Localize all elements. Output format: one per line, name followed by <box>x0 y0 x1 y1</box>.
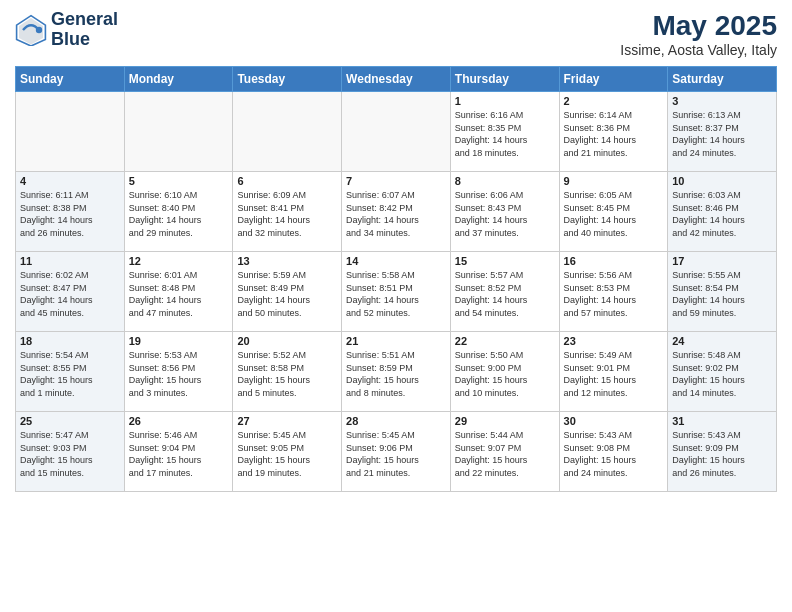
calendar-cell: 12Sunrise: 6:01 AM Sunset: 8:48 PM Dayli… <box>124 252 233 332</box>
day-info: Sunrise: 5:52 AM Sunset: 8:58 PM Dayligh… <box>237 349 337 399</box>
calendar-cell: 1Sunrise: 6:16 AM Sunset: 8:35 PM Daylig… <box>450 92 559 172</box>
header-row: SundayMondayTuesdayWednesdayThursdayFrid… <box>16 67 777 92</box>
day-number: 21 <box>346 335 446 347</box>
calendar-week-row: 4Sunrise: 6:11 AM Sunset: 8:38 PM Daylig… <box>16 172 777 252</box>
day-number: 27 <box>237 415 337 427</box>
day-info: Sunrise: 5:43 AM Sunset: 9:08 PM Dayligh… <box>564 429 664 479</box>
day-info: Sunrise: 5:45 AM Sunset: 9:06 PM Dayligh… <box>346 429 446 479</box>
calendar-cell: 15Sunrise: 5:57 AM Sunset: 8:52 PM Dayli… <box>450 252 559 332</box>
day-info: Sunrise: 5:58 AM Sunset: 8:51 PM Dayligh… <box>346 269 446 319</box>
calendar-cell <box>342 92 451 172</box>
calendar-week-row: 11Sunrise: 6:02 AM Sunset: 8:47 PM Dayli… <box>16 252 777 332</box>
weekday-header: Wednesday <box>342 67 451 92</box>
day-info: Sunrise: 6:05 AM Sunset: 8:45 PM Dayligh… <box>564 189 664 239</box>
month-year: May 2025 <box>620 10 777 42</box>
calendar-week-row: 25Sunrise: 5:47 AM Sunset: 9:03 PM Dayli… <box>16 412 777 492</box>
day-number: 9 <box>564 175 664 187</box>
day-info: Sunrise: 6:06 AM Sunset: 8:43 PM Dayligh… <box>455 189 555 239</box>
svg-point-2 <box>36 27 42 33</box>
day-number: 29 <box>455 415 555 427</box>
day-info: Sunrise: 5:43 AM Sunset: 9:09 PM Dayligh… <box>672 429 772 479</box>
day-number: 26 <box>129 415 229 427</box>
calendar-cell: 23Sunrise: 5:49 AM Sunset: 9:01 PM Dayli… <box>559 332 668 412</box>
calendar-cell: 25Sunrise: 5:47 AM Sunset: 9:03 PM Dayli… <box>16 412 125 492</box>
logo: General Blue <box>15 10 118 50</box>
calendar-cell: 22Sunrise: 5:50 AM Sunset: 9:00 PM Dayli… <box>450 332 559 412</box>
day-info: Sunrise: 5:54 AM Sunset: 8:55 PM Dayligh… <box>20 349 120 399</box>
day-number: 18 <box>20 335 120 347</box>
day-number: 19 <box>129 335 229 347</box>
calendar-cell: 16Sunrise: 5:56 AM Sunset: 8:53 PM Dayli… <box>559 252 668 332</box>
logo-icon <box>15 14 47 46</box>
day-info: Sunrise: 6:02 AM Sunset: 8:47 PM Dayligh… <box>20 269 120 319</box>
day-number: 16 <box>564 255 664 267</box>
day-number: 28 <box>346 415 446 427</box>
day-info: Sunrise: 5:51 AM Sunset: 8:59 PM Dayligh… <box>346 349 446 399</box>
day-info: Sunrise: 5:57 AM Sunset: 8:52 PM Dayligh… <box>455 269 555 319</box>
day-number: 2 <box>564 95 664 107</box>
day-number: 6 <box>237 175 337 187</box>
day-info: Sunrise: 6:13 AM Sunset: 8:37 PM Dayligh… <box>672 109 772 159</box>
calendar-cell: 31Sunrise: 5:43 AM Sunset: 9:09 PM Dayli… <box>668 412 777 492</box>
logo-line2: Blue <box>51 29 90 49</box>
day-info: Sunrise: 5:47 AM Sunset: 9:03 PM Dayligh… <box>20 429 120 479</box>
calendar-week-row: 18Sunrise: 5:54 AM Sunset: 8:55 PM Dayli… <box>16 332 777 412</box>
calendar-cell: 19Sunrise: 5:53 AM Sunset: 8:56 PM Dayli… <box>124 332 233 412</box>
calendar-cell: 24Sunrise: 5:48 AM Sunset: 9:02 PM Dayli… <box>668 332 777 412</box>
day-info: Sunrise: 6:01 AM Sunset: 8:48 PM Dayligh… <box>129 269 229 319</box>
day-info: Sunrise: 5:50 AM Sunset: 9:00 PM Dayligh… <box>455 349 555 399</box>
weekday-header: Monday <box>124 67 233 92</box>
day-info: Sunrise: 5:49 AM Sunset: 9:01 PM Dayligh… <box>564 349 664 399</box>
calendar-cell: 11Sunrise: 6:02 AM Sunset: 8:47 PM Dayli… <box>16 252 125 332</box>
page-container: General Blue May 2025 Issime, Aosta Vall… <box>0 0 792 502</box>
day-info: Sunrise: 6:07 AM Sunset: 8:42 PM Dayligh… <box>346 189 446 239</box>
day-info: Sunrise: 5:44 AM Sunset: 9:07 PM Dayligh… <box>455 429 555 479</box>
day-number: 14 <box>346 255 446 267</box>
calendar-cell: 17Sunrise: 5:55 AM Sunset: 8:54 PM Dayli… <box>668 252 777 332</box>
day-info: Sunrise: 6:11 AM Sunset: 8:38 PM Dayligh… <box>20 189 120 239</box>
weekday-header: Thursday <box>450 67 559 92</box>
weekday-header: Saturday <box>668 67 777 92</box>
calendar-cell: 9Sunrise: 6:05 AM Sunset: 8:45 PM Daylig… <box>559 172 668 252</box>
calendar-cell <box>16 92 125 172</box>
calendar-cell: 5Sunrise: 6:10 AM Sunset: 8:40 PM Daylig… <box>124 172 233 252</box>
calendar-cell: 29Sunrise: 5:44 AM Sunset: 9:07 PM Dayli… <box>450 412 559 492</box>
day-number: 7 <box>346 175 446 187</box>
day-number: 4 <box>20 175 120 187</box>
calendar-cell: 21Sunrise: 5:51 AM Sunset: 8:59 PM Dayli… <box>342 332 451 412</box>
day-number: 5 <box>129 175 229 187</box>
day-info: Sunrise: 5:46 AM Sunset: 9:04 PM Dayligh… <box>129 429 229 479</box>
calendar-cell: 27Sunrise: 5:45 AM Sunset: 9:05 PM Dayli… <box>233 412 342 492</box>
day-info: Sunrise: 5:56 AM Sunset: 8:53 PM Dayligh… <box>564 269 664 319</box>
calendar-cell: 18Sunrise: 5:54 AM Sunset: 8:55 PM Dayli… <box>16 332 125 412</box>
calendar-table: SundayMondayTuesdayWednesdayThursdayFrid… <box>15 66 777 492</box>
day-number: 23 <box>564 335 664 347</box>
day-number: 11 <box>20 255 120 267</box>
calendar-cell <box>233 92 342 172</box>
day-number: 20 <box>237 335 337 347</box>
day-info: Sunrise: 6:14 AM Sunset: 8:36 PM Dayligh… <box>564 109 664 159</box>
title-block: May 2025 Issime, Aosta Valley, Italy <box>620 10 777 58</box>
calendar-cell: 30Sunrise: 5:43 AM Sunset: 9:08 PM Dayli… <box>559 412 668 492</box>
calendar-cell: 8Sunrise: 6:06 AM Sunset: 8:43 PM Daylig… <box>450 172 559 252</box>
calendar-cell: 28Sunrise: 5:45 AM Sunset: 9:06 PM Dayli… <box>342 412 451 492</box>
weekday-header: Friday <box>559 67 668 92</box>
day-number: 13 <box>237 255 337 267</box>
day-number: 17 <box>672 255 772 267</box>
day-number: 22 <box>455 335 555 347</box>
day-number: 3 <box>672 95 772 107</box>
day-info: Sunrise: 5:45 AM Sunset: 9:05 PM Dayligh… <box>237 429 337 479</box>
calendar-cell: 14Sunrise: 5:58 AM Sunset: 8:51 PM Dayli… <box>342 252 451 332</box>
calendar-cell: 7Sunrise: 6:07 AM Sunset: 8:42 PM Daylig… <box>342 172 451 252</box>
day-info: Sunrise: 6:03 AM Sunset: 8:46 PM Dayligh… <box>672 189 772 239</box>
day-number: 12 <box>129 255 229 267</box>
calendar-cell <box>124 92 233 172</box>
page-header: General Blue May 2025 Issime, Aosta Vall… <box>15 10 777 58</box>
logo-text: General Blue <box>51 10 118 50</box>
day-info: Sunrise: 6:09 AM Sunset: 8:41 PM Dayligh… <box>237 189 337 239</box>
weekday-header: Tuesday <box>233 67 342 92</box>
logo-line1: General <box>51 9 118 29</box>
day-number: 31 <box>672 415 772 427</box>
weekday-header: Sunday <box>16 67 125 92</box>
day-number: 1 <box>455 95 555 107</box>
